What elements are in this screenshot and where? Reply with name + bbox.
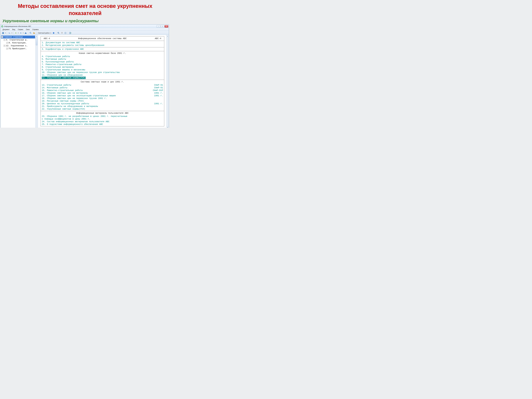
doc-link[interactable]: 6. Пусконаладочные работы xyxy=(42,61,163,63)
scroll-up-icon[interactable]: ▲ xyxy=(166,35,169,37)
dropdown-caret-icon[interactable]: ▼ xyxy=(11,32,13,34)
tree-item[interactable]: +8. Конструкции… xyxy=(1,41,35,44)
client-area: +Главная страница+4. Строительные р…+8. … xyxy=(1,35,169,128)
toolbar: ▼ ▼ ▼ ▼ Сметный район: 1 xyxy=(1,31,169,35)
dropdown-caret-icon[interactable]: ▼ xyxy=(23,32,24,34)
tb-globe-icon[interactable] xyxy=(52,32,55,35)
app-icon xyxy=(1,25,3,27)
doc-link[interactable]: 5. Монтажные работы xyxy=(42,58,163,61)
tree-item[interactable]: +Главная страница xyxy=(1,36,35,38)
app-window: Информационное обеспечение ABC ─ ▭ ✕ Док… xyxy=(0,25,169,128)
doc-link[interactable]: с помощью коэффициентов в цены 2001 г. xyxy=(42,118,163,120)
doc-link[interactable]: 16. Сборник сметных цен на материалы1991… xyxy=(42,92,163,95)
document-view[interactable]: ABC-4 Информационное обеспечение системы… xyxy=(39,36,166,128)
doc-link[interactable]: 14. Монтажные работыСНиР-91 xyxy=(42,86,163,89)
maximize-button[interactable]: ▭ xyxy=(160,25,164,27)
doc-link[interactable]: 10. Сборник сметных цен на перевозки гру… xyxy=(42,71,163,74)
doc-link[interactable]: 9. Строительные машины и механизмы xyxy=(42,69,163,71)
tb-redo-icon[interactable] xyxy=(19,32,22,35)
doc-link[interactable]: 15. Ремонтно-строительные работыСНиР-91Р xyxy=(42,89,163,92)
doc-link[interactable]: 24. Состав информационных материалов пол… xyxy=(42,120,163,123)
svg-line-10 xyxy=(59,33,59,34)
tb-district-label: Сметный район: 1 xyxy=(37,32,52,34)
doc-link[interactable]: 7. Ремонтно-строительные работы xyxy=(42,63,163,66)
doc-link[interactable]: 4. Строительные работы xyxy=(42,55,163,58)
tree-item[interactable]: +4. Строительные р… xyxy=(1,38,35,41)
doc-link[interactable]: 3. Кодификаторы и справочники ABC xyxy=(42,48,163,51)
tb-preview-icon[interactable] xyxy=(64,32,67,35)
tb-print-icon[interactable] xyxy=(60,32,63,35)
svg-line-6 xyxy=(31,33,31,34)
doc-link[interactable]: 2. Методические документы системы ценооб… xyxy=(42,44,163,47)
svg-rect-12 xyxy=(62,32,62,33)
menu-service[interactable]: Сервис xyxy=(17,29,25,31)
expand-icon[interactable]: + xyxy=(4,39,6,41)
tree-item-label: 8. Конструкции… xyxy=(9,42,27,44)
tb-edit-icon[interactable] xyxy=(1,32,5,35)
scroll-down-icon[interactable]: ▼ xyxy=(166,126,169,128)
tree-item-label: 4. Строительные р… xyxy=(6,39,27,41)
slide-subtitle: Укрупненные сметные нормы и прейскуранты xyxy=(0,18,170,25)
doc-link[interactable]: 22. Укрупненные сметные нормы(УСН) xyxy=(42,108,163,110)
doc-link[interactable]: 23. Сборники 1991 г. не разработанные в … xyxy=(42,115,163,118)
doc-link[interactable]: 25. О подсистеме информационного обеспеч… xyxy=(42,123,163,126)
scroll-thumb[interactable] xyxy=(36,37,38,45)
doc-link[interactable]: 17. Сборник сметных цен на эксплуатацию … xyxy=(42,95,163,97)
doc-link[interactable]: 18. Сборник сметных цен на перевозки гру… xyxy=(42,97,163,100)
doc-header-left: ABC-4 xyxy=(44,37,50,40)
menu-document[interactable]: Документ xyxy=(1,29,11,31)
doc-link[interactable]: 21. Прейскуранты на оборудование и матер… xyxy=(42,105,163,108)
doc-link-selected[interactable]: 12. Укрупненные сметные нормы(УСН) xyxy=(42,76,163,79)
svg-point-1 xyxy=(2,26,3,27)
slide-title: Методы составления смет на основе укрупн… xyxy=(0,0,170,18)
window-title: Информационное обеспечение ABC xyxy=(4,25,157,27)
svg-point-9 xyxy=(58,32,59,33)
doc-link[interactable]: 20. Ценники на пусконаладочные работы199… xyxy=(42,102,163,105)
tb-refresh-icon[interactable] xyxy=(8,32,11,35)
doc-link[interactable]: 19. Ресурсные сметные нормы (РСН) xyxy=(42,100,163,102)
tb-undo-icon[interactable] xyxy=(14,32,17,35)
tree-item-label: 12. Укрупненные с… xyxy=(6,45,27,47)
tree-item[interactable]: +12. Укрупненные с… xyxy=(1,44,35,47)
scroll-up-icon[interactable]: ▲ xyxy=(36,35,38,37)
menu-help[interactable]: Справка xyxy=(31,29,40,31)
dropdown-caret-icon[interactable]: ▼ xyxy=(18,32,19,34)
minimize-button[interactable]: ─ xyxy=(157,25,160,27)
svg-point-5 xyxy=(30,32,31,33)
tree-item[interactable]: +Т1 Прейскурант… xyxy=(1,47,35,50)
tb-zoom-icon[interactable] xyxy=(29,32,32,35)
doc-link[interactable]: 11. Сборники цен на оборудование xyxy=(42,74,163,76)
close-button[interactable]: ✕ xyxy=(165,25,168,27)
expand-icon[interactable]: + xyxy=(4,45,6,47)
tb-exit-icon[interactable] xyxy=(69,32,72,35)
doc-header-center: Информационное обеспечение системы ABC xyxy=(78,37,127,40)
expand-icon[interactable]: + xyxy=(1,36,3,38)
menu-window[interactable]: Окно xyxy=(25,29,31,31)
section-title: Информационные материалы пользователя AB… xyxy=(42,112,163,115)
doc-header-right: ABC-4 xyxy=(155,37,161,40)
tree-item-label: Т1 Прейскурант… xyxy=(9,48,27,50)
doc-divider: =-=-=-=-=-=-=-=-=-=-=-=-=-=-=-=-=-=-=-=-… xyxy=(39,127,166,128)
svg-point-7 xyxy=(53,32,54,34)
section-title: Новая сметно-нормативная база 2001 г. xyxy=(42,52,163,55)
tb-open-icon[interactable] xyxy=(32,32,36,35)
tree-panel: +Главная страница+4. Строительные р…+8. … xyxy=(1,35,38,128)
navigation-tree[interactable]: +Главная страница+4. Строительные р…+8. … xyxy=(1,35,35,128)
expand-icon[interactable]: + xyxy=(6,42,8,44)
section-title: Система сметных норм и цен 1991 г. xyxy=(42,80,163,84)
titlebar: Информационное обеспечение ABC ─ ▭ ✕ xyxy=(1,25,169,28)
doc-link[interactable]: 13. Строительные работыСНиР-91 xyxy=(42,84,163,86)
menubar: Документ Вид Сервис Окно Справка xyxy=(1,28,169,31)
tb-home-icon[interactable] xyxy=(24,32,27,35)
tree-item-label: Главная страница xyxy=(4,36,23,38)
tree-vscrollbar[interactable]: ▲ ▼ xyxy=(35,35,38,128)
doc-link[interactable]: 8. Строительные материалы xyxy=(42,66,163,69)
content-vscrollbar[interactable]: ▲ ▼ xyxy=(166,35,169,128)
dropdown-caret-icon[interactable]: ▼ xyxy=(5,32,6,34)
expand-icon[interactable]: + xyxy=(6,48,8,50)
doc-link[interactable]: 1. Документация по системе ABC xyxy=(42,41,163,44)
tb-search-icon[interactable] xyxy=(57,32,60,35)
menu-view[interactable]: Вид xyxy=(11,29,17,31)
content-panel: ABC-4 Информационное обеспечение системы… xyxy=(38,35,169,128)
